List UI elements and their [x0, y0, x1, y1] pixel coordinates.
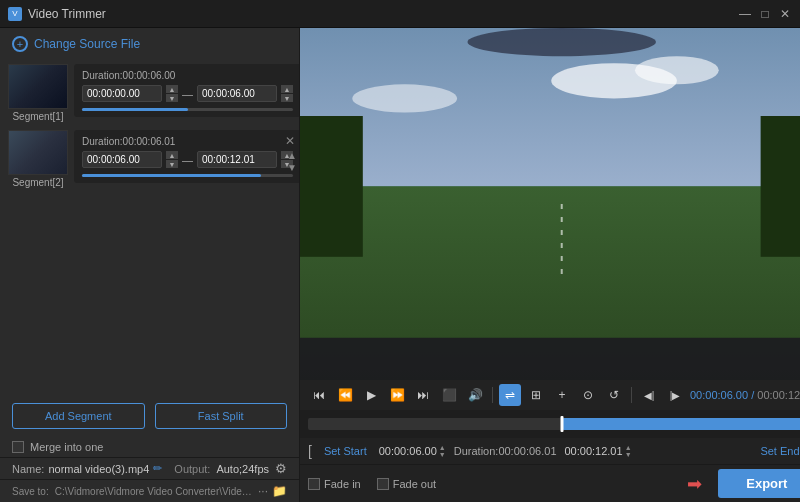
segment-2-arrows: ▲ ▼ — [287, 150, 297, 174]
volume-button[interactable]: 🔊 — [464, 384, 486, 406]
segment-2-progress-fill — [82, 174, 261, 177]
edit-icon[interactable]: ✏ — [153, 462, 162, 475]
segment-1-start-up[interactable]: ▲ — [166, 85, 178, 93]
segment-1-thumb-inner — [9, 65, 67, 108]
segment-1-start-down[interactable]: ▼ — [166, 94, 178, 102]
segment-1-duration: Duration:00:00:06.00 — [82, 70, 293, 81]
bottom-buttons: Add Segment Fast Split — [0, 395, 299, 437]
export-arrow-icon: ➡ — [687, 473, 702, 495]
segment-2-close-button[interactable]: ✕ — [283, 134, 297, 148]
segment-1-label: Segment[1] — [12, 111, 63, 122]
set-end-button[interactable]: Set End — [756, 443, 800, 459]
name-section: Name: normal video(3).mp4 ✏ — [12, 462, 162, 475]
more-options-button[interactable]: ··· — [258, 484, 268, 498]
crop-button[interactable]: ⬛ — [438, 384, 460, 406]
merge-checkbox[interactable] — [12, 441, 24, 453]
svg-rect-13 — [300, 338, 800, 380]
duration-label: Duration:00:00:06.01 — [454, 445, 557, 457]
svg-rect-7 — [300, 116, 363, 257]
fade-in-option: Fade in — [308, 478, 361, 490]
segment-1-end-down[interactable]: ▼ — [281, 94, 293, 102]
fast-forward-button[interactable]: ⏩ — [386, 384, 408, 406]
segment-1-thumbnail — [8, 64, 68, 109]
ctrl-separator-1 — [492, 387, 493, 403]
fade-in-label: Fade in — [324, 478, 361, 490]
minimize-button[interactable]: — — [738, 7, 752, 21]
frame-back-button[interactable]: ◀| — [638, 384, 660, 406]
segment-1-start-input[interactable] — [82, 85, 162, 102]
start-time-down[interactable]: ▼ — [439, 451, 446, 458]
output-label: Output: — [174, 463, 210, 475]
segment-1-progress-fill — [82, 108, 188, 111]
save-to-label: Save to: — [12, 486, 49, 497]
segment-2-start-down[interactable]: ▼ — [166, 160, 178, 168]
video-area — [300, 28, 800, 380]
change-source-button[interactable]: + Change Source File — [0, 28, 299, 60]
close-button[interactable]: ✕ — [778, 7, 792, 21]
title-bar: V Video Trimmer — □ ✕ — [0, 0, 800, 28]
output-value: Auto;24fps — [216, 463, 269, 475]
segment-1: Segment[1] Duration:00:00:06.00 ▲ ▼ — ▲ — [8, 64, 291, 122]
total-time: 00:00:12.01 — [757, 389, 800, 401]
add-segment-button[interactable]: Add Segment — [12, 403, 145, 429]
segment-1-end-up[interactable]: ▲ — [281, 85, 293, 93]
merge-row: Merge into one — [0, 437, 299, 457]
loop-button[interactable]: ⇌ — [499, 384, 521, 406]
fade-out-option: Fade out — [377, 478, 436, 490]
segment-1-end-input[interactable] — [197, 85, 277, 102]
ctrl-separator-2 — [631, 387, 632, 403]
frame-forward-button[interactable]: |▶ — [664, 384, 686, 406]
capture-button[interactable]: ⊞ — [525, 384, 547, 406]
svg-point-12 — [468, 28, 656, 56]
play-button[interactable]: ▶ — [360, 384, 382, 406]
segment-2-start-input[interactable] — [82, 151, 162, 168]
video-svg — [300, 28, 800, 380]
end-time-spinner: ▲ ▼ — [625, 444, 632, 458]
app-icon: V — [8, 7, 22, 21]
segment-2-down-button[interactable]: ▼ — [287, 162, 297, 174]
save-icons: ··· 📁 — [258, 484, 287, 498]
title-bar-left: V Video Trimmer — [8, 7, 106, 21]
start-time-spinner: ▲ ▼ — [439, 444, 446, 458]
start-time-up[interactable]: ▲ — [439, 444, 446, 451]
timeline-area[interactable] — [300, 410, 800, 438]
refresh-button[interactable]: ↺ — [603, 384, 625, 406]
gear-icon[interactable]: ⚙ — [275, 461, 287, 476]
end-time-up[interactable]: ▲ — [625, 444, 632, 451]
segment-1-time-row: ▲ ▼ — ▲ ▼ — [82, 85, 293, 102]
maximize-button[interactable]: □ — [758, 7, 772, 21]
fast-split-button[interactable]: Fast Split — [155, 403, 288, 429]
segment-1-start-spinner: ▲ ▼ — [166, 85, 178, 102]
segment-2-thumb-inner — [9, 131, 67, 174]
svg-rect-10 — [761, 116, 800, 257]
end-time-value: 00:00:12.01 — [565, 445, 623, 457]
segment-1-progress — [82, 108, 293, 111]
segment-2-end-input[interactable] — [197, 151, 277, 168]
rewind-button[interactable]: ⏪ — [334, 384, 356, 406]
segment-2-up-button[interactable]: ▲ — [287, 150, 297, 162]
export-button[interactable]: Export — [718, 469, 800, 498]
set-start-button[interactable]: Set Start — [320, 443, 371, 459]
segment-1-controls: Duration:00:00:06.00 ▲ ▼ — ▲ ▼ — [74, 64, 299, 117]
fade-in-checkbox[interactable] — [308, 478, 320, 490]
segments-area: Segment[1] Duration:00:00:06.00 ▲ ▼ — ▲ — [0, 60, 299, 395]
fade-out-label: Fade out — [393, 478, 436, 490]
skip-to-start-button[interactable]: ⏮ — [308, 384, 330, 406]
segment-2-thumbnail — [8, 130, 68, 175]
segment-2-duration: Duration:00:00:06.01 — [82, 136, 293, 147]
folder-button[interactable]: 📁 — [272, 484, 287, 498]
segment-2-start-up[interactable]: ▲ — [166, 151, 178, 159]
screenshot-button[interactable]: ⊙ — [577, 384, 599, 406]
bracket-left: [ — [308, 443, 312, 459]
fade-options: Fade in Fade out — [308, 478, 687, 490]
skip-to-end-button[interactable]: ⏭ — [412, 384, 434, 406]
timeline-handle[interactable] — [560, 416, 563, 432]
timeline-track[interactable] — [308, 418, 800, 430]
fade-out-checkbox[interactable] — [377, 478, 389, 490]
add-mark-button[interactable]: + — [551, 384, 573, 406]
name-value: normal video(3).mp4 — [48, 463, 149, 475]
end-time-down[interactable]: ▼ — [625, 451, 632, 458]
video-frame — [300, 28, 800, 380]
controls-bar: ⏮ ⏪ ▶ ⏩ ⏭ ⬛ 🔊 ⇌ ⊞ + ⊙ ↺ ◀| |▶ 00:00:06.0… — [300, 380, 800, 410]
current-time: 00:00:06.00 — [690, 389, 748, 401]
